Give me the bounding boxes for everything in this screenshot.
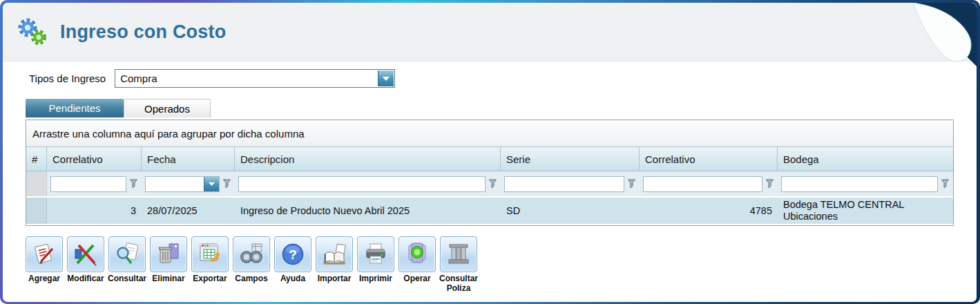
tipos-de-ingreso-value: Compra <box>120 73 157 84</box>
agregar-label: Agregar <box>22 274 66 284</box>
ledger-columns-icon <box>445 240 472 268</box>
tipos-de-ingreso-select[interactable]: Compra <box>115 69 395 88</box>
agregar-button[interactable] <box>26 236 63 272</box>
action-toolbar: Agregar Modificar <box>26 236 977 294</box>
help-icon: ? <box>279 240 307 268</box>
page-title: Ingreso con Costo <box>60 21 226 43</box>
page-frame: Ingreso con Costo Tipos de Ingreso Compr… <box>0 0 980 304</box>
eliminar-button[interactable] <box>150 236 187 272</box>
content-card: Ingreso con Costo Tipos de Ingreso Compr… <box>3 3 977 302</box>
row-num-cell <box>26 198 47 224</box>
tab-pendientes[interactable]: Pendientes <box>26 99 124 117</box>
filter-cell-descripcion <box>235 171 501 196</box>
row-serie-cell: SD <box>501 198 640 224</box>
edit-pencils-icon <box>72 240 99 268</box>
row-correlativo-cell: 3 <box>47 198 142 224</box>
binoculars-icon <box>238 240 265 268</box>
column-header-correlativo-2[interactable]: Correlativo <box>640 147 778 171</box>
chevron-down-icon[interactable] <box>204 177 219 191</box>
eliminar-label: Eliminar <box>146 274 191 284</box>
filter-cell-num <box>26 171 47 196</box>
operar-label: Operar <box>395 274 439 284</box>
trash-icon <box>155 240 182 268</box>
filter-funnel-icon[interactable] <box>627 179 636 189</box>
tab-operados[interactable]: Operados <box>124 99 211 117</box>
ayuda-button[interactable]: ? <box>274 236 311 272</box>
printer-icon <box>362 240 390 268</box>
consultar-button[interactable] <box>108 236 146 272</box>
type-filter-row: Tipos de Ingreso Compra <box>29 69 977 88</box>
operar-button[interactable] <box>398 236 436 272</box>
tab-strip: Pendientes Operados <box>26 99 977 117</box>
modificar-button[interactable] <box>67 236 104 272</box>
add-note-icon <box>30 240 58 268</box>
filter-cell-fecha <box>142 171 235 196</box>
exportar-label: Exportar <box>188 274 232 284</box>
filter-cell-correlativo-2 <box>640 171 778 196</box>
search-document-icon <box>113 240 141 268</box>
filter-funnel-icon[interactable] <box>129 179 138 189</box>
filter-cell-bodega <box>778 171 953 196</box>
filter-cell-correlativo <box>47 171 142 196</box>
consultar-poliza-button[interactable] <box>440 236 477 272</box>
grid-bottom-padding <box>26 224 953 225</box>
imprimir-label: Imprimir <box>354 274 398 284</box>
column-header-bodega[interactable]: Bodega <box>778 147 953 171</box>
filter-input-descripcion[interactable] <box>239 177 485 191</box>
group-by-drop-zone[interactable]: Arrastre una columna aquí para agrupar p… <box>26 120 953 147</box>
import-book-icon <box>320 240 348 268</box>
column-header-fecha[interactable]: Fecha <box>142 147 235 171</box>
imprimir-button[interactable] <box>357 236 394 272</box>
consultar-label: Consultar <box>105 274 149 284</box>
campos-button[interactable] <box>233 236 270 272</box>
grid-header-row: # Correlativo Fecha Descripcion Serie Co… <box>26 147 953 171</box>
modificar-label: Modificar <box>64 274 108 284</box>
traffic-light-icon <box>403 240 431 268</box>
filter-input-bodega[interactable] <box>782 177 937 191</box>
page-header: Ingreso con Costo <box>3 3 977 61</box>
export-spreadsheet-icon <box>196 240 224 268</box>
grid-filter-row <box>26 171 953 198</box>
row-descripcion-cell: Ingreso de Producto Nuevo Abril 2025 <box>235 198 501 224</box>
importar-label: Importar <box>312 274 356 284</box>
row-bodega-cell: Bodega TELMO CENTRAL Ubicaciones <box>778 198 953 224</box>
column-header-num[interactable]: # <box>26 147 47 171</box>
filter-input-serie[interactable] <box>505 177 624 191</box>
exportar-button[interactable] <box>191 236 229 272</box>
ayuda-label: Ayuda <box>271 274 315 284</box>
filter-input-correlativo-2[interactable] <box>644 177 762 191</box>
pending-ingresos-grid: Arrastre una columna aquí para agrupar p… <box>26 120 954 226</box>
filter-input-correlativo[interactable] <box>51 177 126 191</box>
filter-funnel-icon[interactable] <box>222 179 231 189</box>
gears-icon <box>12 14 48 50</box>
filter-funnel-icon[interactable] <box>765 179 774 189</box>
campos-label: Campos <box>229 274 273 284</box>
svg-text:?: ? <box>289 247 297 262</box>
row-fecha-cell: 28/07/2025 <box>142 198 235 224</box>
filter-funnel-icon[interactable] <box>941 179 950 189</box>
row-correlativo2-cell: 4785 <box>640 198 778 224</box>
column-header-serie[interactable]: Serie <box>501 147 640 171</box>
filter-funnel-icon[interactable] <box>488 179 497 189</box>
consultar-poliza-label: Consultar Poliza <box>436 274 481 294</box>
chevron-down-icon[interactable] <box>378 70 394 86</box>
column-header-descripcion[interactable]: Descripcion <box>235 147 501 171</box>
table-row[interactable]: 3 28/07/2025 Ingreso de Producto Nuevo A… <box>26 198 953 224</box>
column-header-correlativo[interactable]: Correlativo <box>47 147 142 171</box>
tipos-de-ingreso-label: Tipos de Ingreso <box>29 73 106 84</box>
importar-button[interactable] <box>316 236 353 272</box>
filter-cell-serie <box>501 171 640 196</box>
